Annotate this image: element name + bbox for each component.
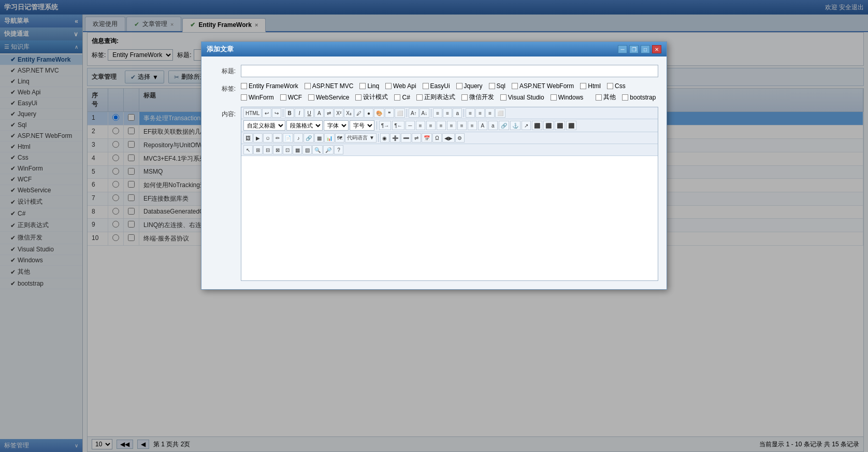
editor-tbl7-btn[interactable]: ▧ bbox=[302, 145, 312, 154]
editor-align4-btn[interactable]: ≡ bbox=[437, 121, 446, 130]
editor-brush-btn[interactable]: 🖊 bbox=[354, 108, 364, 118]
editor-bold-btn[interactable]: B bbox=[285, 108, 294, 118]
editor-brush2-btn[interactable]: ✏ bbox=[273, 133, 282, 143]
editor-tbl6-btn[interactable]: ▦ bbox=[293, 145, 302, 154]
editor-sym2-btn[interactable]: ◀▶ bbox=[442, 133, 455, 143]
editor-align-center-btn[interactable]: ≡ bbox=[475, 108, 485, 118]
tag-html-checkbox[interactable] bbox=[580, 83, 586, 89]
editor-block2-btn[interactable]: ⬛ bbox=[532, 121, 542, 130]
editor-italic-btn[interactable]: I bbox=[295, 108, 304, 118]
editor-file-btn[interactable]: 📄 bbox=[283, 133, 293, 143]
editor-align5-btn[interactable]: ≡ bbox=[447, 121, 456, 130]
editor-music-btn[interactable]: ♪ bbox=[294, 133, 303, 143]
editor-subscript-btn[interactable]: X₂ bbox=[344, 108, 354, 118]
editor-align-left-btn[interactable]: ≡ bbox=[466, 108, 475, 118]
tag-webservice-checkbox[interactable] bbox=[308, 94, 314, 101]
editor-align6-btn[interactable]: ≡ bbox=[457, 121, 467, 130]
tag-winform[interactable]: WinForm bbox=[241, 93, 274, 102]
editor-chart-btn[interactable]: 📊 bbox=[324, 133, 335, 143]
editor-highlight-btn[interactable]: ● bbox=[364, 108, 373, 118]
tag-css[interactable]: Css bbox=[607, 82, 626, 90]
tag-vs-checkbox[interactable] bbox=[500, 94, 507, 101]
editor-img-btn[interactable]: 🖼 bbox=[243, 133, 253, 143]
editor-sym3-btn[interactable]: ⚙ bbox=[455, 133, 465, 143]
editor-para-outdent-btn[interactable]: ¶← bbox=[392, 121, 404, 130]
editor-search-btn[interactable]: 🔍 bbox=[312, 145, 323, 154]
editor-strikethrough-btn[interactable]: ⇌ bbox=[324, 108, 334, 118]
editor-plus-btn[interactable]: ➕ bbox=[390, 133, 400, 143]
editor-sym1-btn[interactable]: Ω bbox=[432, 133, 442, 143]
editor-link-btn[interactable]: 🔗 bbox=[499, 121, 509, 130]
editor-content-area[interactable] bbox=[241, 156, 658, 280]
tag-other[interactable]: 其他 bbox=[596, 93, 616, 102]
tag-csharp[interactable]: C# bbox=[394, 93, 410, 102]
editor-list-ul-btn[interactable]: ≡ bbox=[443, 108, 452, 118]
editor-code-select-btn[interactable]: 代码语言 ▼ bbox=[345, 133, 377, 143]
tag-design-checkbox[interactable] bbox=[355, 94, 361, 101]
editor-tbl3-btn[interactable]: ⊟ bbox=[263, 145, 272, 154]
editor-undo-btn[interactable]: ↩ bbox=[262, 108, 271, 118]
editor-newlink-btn[interactable]: ↗ bbox=[522, 121, 531, 130]
tag-regex-checkbox[interactable] bbox=[416, 94, 423, 101]
editor-paragraph-select[interactable]: 段落格式 bbox=[286, 120, 323, 131]
editor-align3-btn[interactable]: ≡ bbox=[426, 121, 436, 130]
tag-other-checkbox[interactable] bbox=[596, 94, 602, 101]
tag-jquery-checkbox[interactable] bbox=[456, 83, 462, 89]
editor-align2-btn[interactable]: ≡ bbox=[416, 121, 425, 130]
tag-sql-checkbox[interactable] bbox=[489, 83, 495, 89]
article-title-input[interactable] bbox=[241, 65, 658, 77]
tag-jquery[interactable]: Jquery bbox=[456, 82, 483, 90]
editor-block-btn[interactable]: ⬜ bbox=[395, 108, 405, 118]
editor-quote-btn[interactable]: ❝ bbox=[385, 108, 394, 118]
tag-easyui-checkbox[interactable] bbox=[423, 83, 429, 89]
tag-linq[interactable]: Linq bbox=[359, 82, 379, 90]
editor-link2-btn[interactable]: 🔗 bbox=[303, 133, 314, 143]
tag-aspnet-webform[interactable]: ASP.NET WebForm bbox=[512, 82, 574, 90]
editor-font-select[interactable]: 字体 bbox=[324, 120, 349, 131]
editor-block5-btn[interactable]: ⬛ bbox=[566, 121, 576, 130]
tag-windows-checkbox[interactable] bbox=[551, 94, 557, 101]
tag-css-checkbox[interactable] bbox=[607, 83, 613, 89]
editor-hr-btn[interactable]: ─ bbox=[406, 121, 415, 130]
editor-fontsize-a-btn[interactable]: A bbox=[478, 121, 487, 130]
editor-block3-btn[interactable]: ⬛ bbox=[543, 121, 554, 130]
modal-maximize-button[interactable]: □ bbox=[641, 45, 650, 53]
tag-wcf-checkbox[interactable] bbox=[280, 94, 286, 101]
tag-html[interactable]: Html bbox=[580, 82, 601, 90]
editor-indent-btn[interactable]: ⬜ bbox=[495, 108, 505, 118]
editor-tbl4-btn[interactable]: ⊠ bbox=[273, 145, 282, 154]
editor-table-btn[interactable]: ▦ bbox=[314, 133, 324, 143]
editor-map-btn[interactable]: 🗺 bbox=[335, 133, 344, 143]
editor-redo-btn[interactable]: ↪ bbox=[272, 108, 281, 118]
editor-list-a-btn[interactable]: a bbox=[453, 108, 462, 118]
modal-minimize-button[interactable]: ─ bbox=[618, 45, 627, 53]
editor-replace-btn[interactable]: 🔎 bbox=[323, 145, 334, 154]
tag-csharp-checkbox[interactable] bbox=[394, 94, 400, 101]
tag-aspnet-mvc[interactable]: ASP.NET MVC bbox=[305, 82, 354, 90]
editor-tbl5-btn[interactable]: ⊡ bbox=[283, 145, 292, 154]
editor-block4-btn[interactable]: ⬛ bbox=[555, 121, 565, 130]
tag-webservice[interactable]: WebService bbox=[308, 93, 349, 102]
tag-wcf[interactable]: WCF bbox=[280, 93, 302, 102]
tag-bootstrap[interactable]: bootstrap bbox=[622, 93, 656, 102]
tag-ef-checkbox[interactable] bbox=[241, 83, 247, 89]
tag-bootstrap-checkbox[interactable] bbox=[622, 94, 628, 101]
editor-cal-btn[interactable]: 📅 bbox=[422, 133, 432, 143]
tag-design-pattern[interactable]: 设计模式 bbox=[355, 93, 388, 102]
editor-html-btn[interactable]: HTML bbox=[243, 108, 262, 118]
editor-special-btn[interactable]: ◉ bbox=[380, 133, 389, 143]
editor-anchor-btn[interactable]: ⚓ bbox=[510, 121, 520, 130]
tag-mvc-checkbox[interactable] bbox=[305, 83, 311, 89]
editor-heading-select[interactable]: 自定义标题 bbox=[243, 120, 285, 131]
editor-underline-btn[interactable]: U bbox=[305, 108, 314, 118]
tag-regex[interactable]: 正则表达式 bbox=[416, 93, 455, 102]
tag-windows[interactable]: Windows bbox=[551, 93, 584, 102]
editor-help-btn[interactable]: ? bbox=[334, 145, 343, 154]
editor-para-indent-btn[interactable]: ¶→ bbox=[379, 121, 391, 130]
tag-linq-checkbox[interactable] bbox=[359, 83, 366, 89]
editor-font-a-btn[interactable]: A↑ bbox=[409, 108, 419, 118]
tag-webform-checkbox[interactable] bbox=[512, 83, 518, 89]
tag-entity-framework[interactable]: Entity FrameWork bbox=[241, 82, 298, 90]
editor-cursor-btn[interactable]: ↖ bbox=[243, 145, 253, 154]
tag-wechat[interactable]: 微信开发 bbox=[461, 93, 494, 102]
